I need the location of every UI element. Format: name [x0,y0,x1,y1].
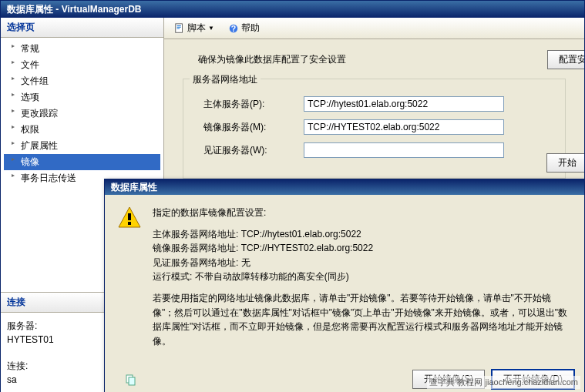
group-title: 服务器网络地址 [190,73,261,86]
svg-rect-5 [128,222,131,225]
main-titlebar: 数据库属性 - VirtualManagerDB [1,1,584,18]
tree-item-options[interactable]: 选项 [4,89,160,106]
tree-item-permissions[interactable]: 权限 [4,122,160,138]
mirror-label: 镜像服务器(M): [203,121,296,134]
msg-instructions: 若要使用指定的网络地址镜像此数据库，请单击"开始镜像"。若要等待开始镜像，请单击… [153,291,572,348]
script-icon [174,23,185,34]
confirm-dialog: 数据库属性 指定的数据库镜像配置设置: 主体服务器网络地址: TCP://hyt… [104,179,585,392]
tree-item-mirroring[interactable]: 镜像 [4,154,160,170]
mirror-input[interactable] [304,119,504,135]
principal-label: 主体服务器(P): [203,98,296,111]
tree-item-filegroups[interactable]: 文件组 [4,73,160,89]
security-hint: 确保为镜像此数据库配置了安全设置 [198,53,566,66]
tree-item-extendedprops[interactable]: 扩展属性 [4,138,160,154]
svg-rect-7 [129,377,135,385]
configure-security-button[interactable]: 配置安全 [547,50,584,69]
msg-heading: 指定的数据库镜像配置设置: [153,206,572,220]
help-label: 帮助 [241,22,260,35]
server-address-group: 服务器网络地址 主体服务器(P): 开始 镜像服务器(M): 见证服务器(W):… [183,79,566,179]
warning-icon [117,206,142,230]
witness-input[interactable] [304,142,504,158]
msg-mirror: 镜像服务器网络地址: TCP://HYTEST02.elab.org:5022 [153,241,572,256]
tree-item-files[interactable]: 文件 [4,57,160,73]
witness-label: 见证服务器(W): [203,144,296,157]
tree-item-changetracking[interactable]: 更改跟踪 [4,106,160,122]
dialog-titlebar: 数据库属性 [105,179,584,195]
copy-icon[interactable] [125,374,137,386]
start-mirroring-button[interactable]: 开始镜像(S) [412,370,485,389]
principal-input[interactable] [304,96,504,112]
dont-start-mirroring-button[interactable]: 不开始镜像(D) [491,369,575,390]
dialog-message: 指定的数据库镜像配置设置: 主体服务器网络地址: TCP://hytest01.… [153,206,572,355]
start-button[interactable]: 开始 [546,153,584,173]
select-page-header: 选择页 [1,18,163,38]
svg-rect-4 [128,213,131,220]
script-button[interactable]: 脚本 ▼ [169,19,220,37]
msg-mode: 运行模式: 不带自动故障转移功能的高安全(同步) [153,270,572,284]
toolbar: 脚本 ▼ ? 帮助 [164,18,584,39]
dropdown-icon: ▼ [208,25,214,32]
script-label: 脚本 [187,22,206,35]
help-button[interactable]: ? 帮助 [223,19,265,37]
help-icon: ? [228,23,239,34]
msg-witness: 见证服务器网络地址: 无 [153,256,572,270]
msg-principal: 主体服务器网络地址: TCP://hytest01.elab.org:5022 [153,227,572,242]
tree-item-general[interactable]: 常规 [4,41,160,57]
svg-text:?: ? [231,23,236,32]
